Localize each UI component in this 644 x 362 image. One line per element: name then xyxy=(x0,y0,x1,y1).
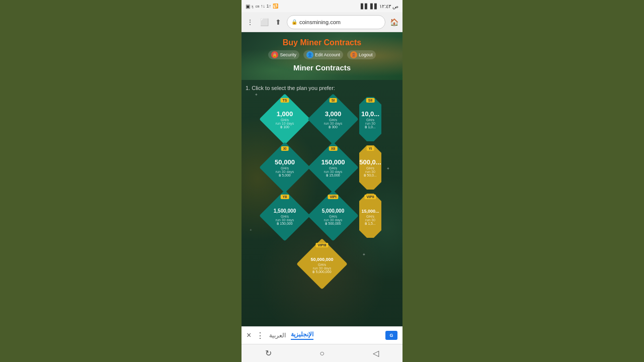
battery-icon: ▣ xyxy=(246,4,250,9)
days-vipi: run 30 days xyxy=(322,218,345,222)
contract-card-sii[interactable]: SII 10,0... GH/s run 30 ฿ 1,0... xyxy=(359,97,381,141)
status-right: ▋▋ ▋▋ ص ١٢:٤٣ xyxy=(361,4,398,9)
diamond-content-xii: 150,000 GH/s run 30 days ฿ 15,000 xyxy=(321,157,345,177)
translation-close-button[interactable]: × xyxy=(247,331,251,340)
contract-row-2: XI 50,000 GH/s run 30 days ฿ 5,000 XII xyxy=(246,145,398,190)
value-xi: 50,000 xyxy=(275,158,295,166)
translation-bar: × ⋮ العربية الإنجليزية G xyxy=(242,326,403,344)
google-translate-icon[interactable]: G xyxy=(385,331,397,340)
contract-card-yii[interactable]: YII 1,500,000 GH/s run 30 days ฿ 150,000 xyxy=(263,194,307,238)
contracts-area: ✦ + ✦ + ✦ 1. Click to select the plan yo… xyxy=(242,80,403,326)
value-vipii: 15,000... xyxy=(361,209,379,214)
diamond-content-vipii: 15,000... GH/s run 30 ฿ 1,5... xyxy=(361,206,379,226)
phone-frame: ▣ ᶊ ㎝ ↑↓ 1↑ 🔁 ▋▋ ▋▋ ص ١٢:٤٣ ⋮ ⬜ ⬆ 🔒 coin… xyxy=(242,0,403,362)
badge-sii: SII xyxy=(366,98,375,103)
url-text: coinsmining.com xyxy=(299,19,341,25)
value-sii: 10,0... xyxy=(361,110,379,118)
unit-vipiii: GH/s xyxy=(310,263,333,266)
price-xii: ฿ 15,000 xyxy=(321,173,345,177)
price-sii: ฿ 1,0... xyxy=(361,125,379,129)
contract-card-xi[interactable]: XI 50,000 GH/s run 30 days ฿ 5,000 xyxy=(263,145,307,190)
badge-xi: XI xyxy=(281,146,289,151)
unit-vipii: GH/s xyxy=(361,215,379,218)
contract-card-xii[interactable]: XII 150,000 GH/s run 30 days ฿ 15,000 xyxy=(311,145,355,190)
nav-refresh-button[interactable]: ↻ xyxy=(259,344,277,363)
contract-card-vipi[interactable]: VIPI 5,000,000 GH/s run 30 days ฿ 500,00… xyxy=(311,194,355,238)
badge-yi: YI xyxy=(367,146,374,151)
days-vipii: run 30 xyxy=(361,218,379,222)
status-bar: ▣ ᶊ ㎝ ↑↓ 1↑ 🔁 ▋▋ ▋▋ ص ١٢:٤٣ xyxy=(242,0,403,12)
diamond-content-yi: 500,0... GH/s run 30 ฿ 50,0... xyxy=(359,157,381,177)
value-ts: 1,000 xyxy=(277,110,293,118)
value-yii: 1,500,000 xyxy=(274,208,296,214)
translation-menu-button[interactable]: ⋮ xyxy=(256,331,264,340)
value-yi: 500,0... xyxy=(359,158,381,166)
contract-card-ts[interactable]: TS 1,000 GH/s run 10 days ฿ 100 xyxy=(263,97,307,141)
contracts-grid: TS 1,000 GH/s run 10 days ฿ 100 SI xyxy=(246,97,398,286)
browser-bar: ⋮ ⬜ ⬆ 🔒 coinsmining.com 🏠 xyxy=(242,12,403,32)
price-vipiii: ฿ 5,000,000 xyxy=(310,270,333,274)
contract-card-yi[interactable]: YI 500,0... GH/s run 30 ฿ 50,0... xyxy=(359,145,381,190)
contract-row-4: VIPIII 50,000,000 GH/s run 30 days ฿ 5,0… xyxy=(246,242,398,286)
site-header: Buy Miner Contracts 🔒 Security 👤 Edit Ac… xyxy=(242,32,403,80)
nav-logout[interactable]: 🚪 Logout xyxy=(347,50,376,59)
nav-edit-account[interactable]: 👤 Edit Account xyxy=(303,50,343,59)
days-si: run 30 days xyxy=(324,122,343,125)
security-icon: 🔒 xyxy=(271,51,278,58)
content-area: Buy Miner Contracts 🔒 Security 👤 Edit Ac… xyxy=(242,32,403,344)
diamond-content-vipi: 5,000,000 GH/s run 30 days ฿ 500,000 xyxy=(322,206,345,226)
days-xi: run 30 days xyxy=(275,170,295,173)
unit-vipi: GH/s xyxy=(322,215,345,218)
diamond-content-vipiii: 50,000,000 GH/s run 30 days ฿ 5,000,000 xyxy=(310,254,333,274)
page-subtitle: Miner Contracts xyxy=(247,63,397,72)
value-vipi: 5,000,000 xyxy=(322,208,345,214)
unit-yi: GH/s xyxy=(359,166,381,170)
contract-card-vipii[interactable]: VIPII 15,000... GH/s run 30 ฿ 1,5... xyxy=(359,194,381,238)
time: ▋▋ ص ١٢:٤٣ xyxy=(370,4,398,9)
unit-ts: GH/s xyxy=(276,118,294,122)
edit-account-label: Edit Account xyxy=(315,52,340,57)
step-label: 1. Click to select the plan you prefer: xyxy=(246,85,398,91)
security-label: Security xyxy=(280,52,296,57)
status-left: ▣ ᶊ ㎝ ↑↓ 1↑ 🔁 xyxy=(246,3,278,10)
badge-vipii: VIPII xyxy=(364,195,376,199)
price-yi: ฿ 50,0... xyxy=(359,173,381,177)
badge-si: SI xyxy=(330,98,337,103)
nav-security[interactable]: 🔒 Security xyxy=(268,50,299,59)
badge-ts: TS xyxy=(281,98,289,103)
unit-sii: GH/s xyxy=(361,118,379,122)
edit-icon: 👤 xyxy=(306,51,313,58)
price-ts: ฿ 100 xyxy=(276,125,294,129)
translation-english-button[interactable]: الإنجليزية xyxy=(291,331,313,340)
browser-home-button[interactable]: 🏠 xyxy=(388,17,399,28)
price-vipi: ฿ 500,000 xyxy=(322,222,345,226)
browser-tabs-button[interactable]: ⬜ xyxy=(259,17,270,28)
nav-bottom: ↻ ○ ◁ xyxy=(242,344,403,362)
diamond-content-xi: 50,000 GH/s run 30 days ฿ 5,000 xyxy=(275,157,295,177)
browser-menu-button[interactable]: ⋮ xyxy=(245,17,256,28)
browser-share-button[interactable]: ⬆ xyxy=(273,17,284,28)
ssl-lock-icon: 🔒 xyxy=(291,19,297,25)
diamond-content-yii: 1,500,000 GH/s run 30 days ฿ 150,000 xyxy=(274,206,296,226)
badge-yii: YII xyxy=(281,195,289,199)
nav-home-button[interactable]: ○ xyxy=(313,344,331,363)
translation-arabic-button[interactable]: العربية xyxy=(269,332,286,339)
value-si: 3,000 xyxy=(325,110,342,118)
days-yii: run 30 days xyxy=(274,218,296,222)
contract-card-si[interactable]: SI 3,000 GH/s run 30 days ฿ 300 xyxy=(311,97,355,141)
badge-xii: XII xyxy=(329,146,338,151)
contract-card-vipiii[interactable]: VIPIII 50,000,000 GH/s run 30 days ฿ 5,0… xyxy=(300,242,344,286)
unit-xi: GH/s xyxy=(275,166,295,170)
unit-si: GH/s xyxy=(324,118,343,122)
badge-vipiii: VIPIII xyxy=(315,243,328,247)
days-yi: run 30 xyxy=(359,170,381,173)
url-bar[interactable]: 🔒 coinsmining.com xyxy=(287,15,385,29)
price-yii: ฿ 150,000 xyxy=(274,222,296,226)
nav-links: 🔒 Security 👤 Edit Account 🚪 Logout xyxy=(247,50,397,59)
days-ts: run 10 days xyxy=(276,122,294,125)
diamond-content-si: 3,000 GH/s run 30 days ฿ 300 xyxy=(324,109,343,129)
days-vipiii: run 30 days xyxy=(310,266,333,270)
days-xii: run 30 days xyxy=(321,170,345,173)
contract-row-3: YII 1,500,000 GH/s run 30 days ฿ 150,000… xyxy=(246,194,398,238)
nav-back-button[interactable]: ◁ xyxy=(367,344,385,363)
